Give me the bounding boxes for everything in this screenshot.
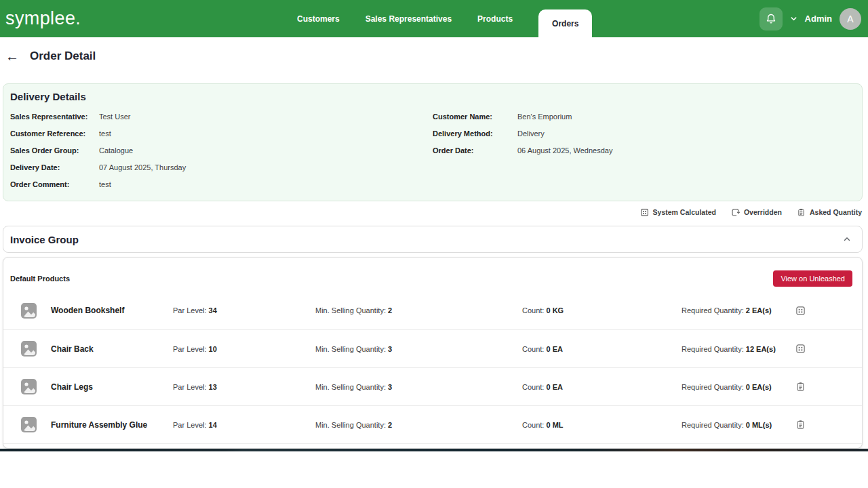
field-label: Delivery Method: xyxy=(433,129,517,138)
field-delivery-method: Delivery Method: Delivery xyxy=(433,125,855,142)
par-level-cell: Par Level: 10 xyxy=(173,345,315,353)
status-cell xyxy=(790,382,851,392)
count-cell: Count: 0 EA xyxy=(522,383,682,391)
field-value: Test User xyxy=(99,113,130,121)
count-label: Count: xyxy=(522,345,544,353)
product-name: Wooden Bookshelf xyxy=(51,306,173,315)
count-cell: Count: 0 EA xyxy=(522,345,682,353)
system-calculated-icon xyxy=(795,344,806,354)
field-value: Delivery xyxy=(517,129,545,138)
count-value: 0 KG xyxy=(546,306,564,314)
field-label: Sales Representative: xyxy=(10,113,99,121)
required-quantity-value: 12 EA(s) xyxy=(746,345,776,353)
back-button[interactable]: ← xyxy=(5,48,19,64)
required-quantity-cell: Required Quantity: 2 EA(s) xyxy=(682,306,790,314)
header-right-controls: Admin A xyxy=(760,0,861,37)
user-menu-toggle[interactable] xyxy=(790,15,797,22)
app-logo: symplee. xyxy=(5,8,81,29)
min-selling-cell: Min. Selling Quantity: 3 xyxy=(315,345,522,353)
par-level-value: 34 xyxy=(209,306,217,314)
overridden-icon xyxy=(731,208,740,217)
min-selling-label: Min. Selling Quantity: xyxy=(315,383,386,391)
window-bottom-edge xyxy=(0,449,868,451)
avatar[interactable]: A xyxy=(840,8,861,30)
product-row-partial xyxy=(3,443,862,449)
notifications-button[interactable] xyxy=(760,7,783,30)
page-title-row: ← Order Detail xyxy=(5,48,868,64)
top-navbar: symplee. Customers Sales Representatives… xyxy=(0,0,868,37)
min-selling-value: 2 xyxy=(388,421,392,429)
required-quantity-value: 0 EA(s) xyxy=(746,383,772,391)
product-name: Chair Back xyxy=(51,344,173,354)
nav-customers[interactable]: Customers xyxy=(297,14,340,24)
min-selling-label: Min. Selling Quantity: xyxy=(315,306,386,314)
delivery-right-column: Customer Name: Ben's Emporium Delivery M… xyxy=(433,108,855,192)
chevron-up-icon[interactable] xyxy=(843,235,851,243)
required-quantity-label: Required Quantity: xyxy=(682,383,744,391)
status-cell xyxy=(790,306,851,316)
field-label: Customer Reference: xyxy=(10,129,99,138)
min-selling-cell: Min. Selling Quantity: 2 xyxy=(315,306,522,314)
count-label: Count: xyxy=(522,421,544,429)
field-label: Delivery Date: xyxy=(10,163,99,171)
product-group-label: Default Products xyxy=(10,274,70,283)
par-level-cell: Par Level: 14 xyxy=(173,421,315,429)
required-quantity-cell: Required Quantity: 0 ML(s) xyxy=(682,421,790,429)
par-level-label: Par Level: xyxy=(173,306,207,314)
field-customer-reference: Customer Reference: test xyxy=(10,125,433,142)
delivery-details-title: Delivery Details xyxy=(10,91,855,102)
field-sales-representative: Sales Representative: Test User xyxy=(10,108,433,125)
product-image-placeholder-icon xyxy=(21,341,51,357)
count-value: 0 ML xyxy=(546,421,563,429)
count-cell: Count: 0 ML xyxy=(522,421,682,429)
view-on-unleashed-button[interactable]: View on Unleashed xyxy=(773,270,852,287)
field-label: Customer Name: xyxy=(433,113,517,121)
min-selling-cell: Min. Selling Quantity: 2 xyxy=(315,421,522,429)
legend-label: Asked Quantity xyxy=(810,208,862,216)
delivery-details-panel: Delivery Details Sales Representative: T… xyxy=(3,83,863,201)
invoice-group-header[interactable]: Invoice Group xyxy=(3,226,863,253)
asked-quantity-icon xyxy=(795,420,806,430)
asked-quantity-icon xyxy=(797,208,806,217)
field-value: test xyxy=(99,129,111,138)
required-quantity-value: 2 EA(s) xyxy=(746,306,772,314)
system-calculated-icon xyxy=(795,306,806,316)
invoice-group-title: Invoice Group xyxy=(10,234,79,245)
nav-sales-representatives[interactable]: Sales Representatives xyxy=(366,14,452,24)
product-row: Chair Back Par Level: 10 Min. Selling Qu… xyxy=(3,329,862,367)
product-name: Chair Legs xyxy=(51,382,173,392)
field-order-date: Order Date: 06 August 2025, Wednesday xyxy=(433,142,855,159)
par-level-value: 13 xyxy=(209,383,217,391)
status-cell xyxy=(790,344,851,354)
field-delivery-date: Delivery Date: 07 August 2025, Thursday xyxy=(10,159,433,176)
field-customer-name: Customer Name: Ben's Emporium xyxy=(433,108,855,125)
products-panel: Default Products View on Unleashed Woode… xyxy=(3,257,863,449)
par-level-cell: Par Level: 13 xyxy=(173,383,315,391)
required-quantity-label: Required Quantity: xyxy=(682,345,744,353)
count-label: Count: xyxy=(522,383,544,391)
count-cell: Count: 0 KG xyxy=(522,306,682,314)
status-cell xyxy=(790,420,851,430)
field-value: Catalogue xyxy=(99,146,133,155)
par-level-label: Par Level: xyxy=(173,383,207,391)
page-title: Order Detail xyxy=(30,49,96,63)
product-image-placeholder-icon xyxy=(21,417,51,432)
field-label: Order Comment: xyxy=(10,180,99,188)
main-nav: Customers Sales Representatives Products… xyxy=(297,0,592,37)
nav-orders-active-tab[interactable]: Orders xyxy=(538,9,592,37)
delivery-left-column: Sales Representative: Test User Customer… xyxy=(10,108,433,192)
count-value: 0 EA xyxy=(546,383,562,391)
field-value: 06 August 2025, Wednesday xyxy=(517,146,612,155)
nav-products[interactable]: Products xyxy=(477,14,513,24)
field-value: 07 August 2025, Thursday xyxy=(99,163,186,171)
product-row: Furniture Assembly Glue Par Level: 14 Mi… xyxy=(3,405,862,443)
field-value: Ben's Emporium xyxy=(517,113,572,121)
bell-icon xyxy=(765,13,777,25)
par-level-value: 14 xyxy=(209,421,217,429)
quantity-status-legend: System Calculated Overridden Asked Quant… xyxy=(0,207,862,218)
legend-label: Overridden xyxy=(744,208,782,216)
required-quantity-value: 0 ML(s) xyxy=(746,421,772,429)
product-image-placeholder-icon xyxy=(21,303,51,319)
app-window: symplee. Customers Sales Representatives… xyxy=(0,0,868,488)
count-label: Count: xyxy=(522,306,544,314)
